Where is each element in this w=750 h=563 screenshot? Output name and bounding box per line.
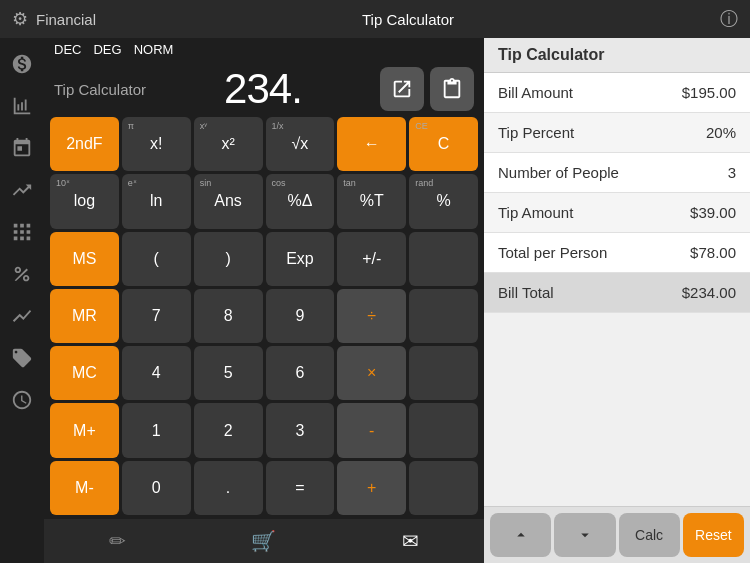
tip-row-label-1: Tip Percent [498, 124, 574, 141]
info-icon[interactable]: ⓘ [720, 7, 738, 31]
calc-action-buttons [380, 67, 474, 111]
calc-btn--[interactable]: - [337, 403, 406, 457]
tip-row-5[interactable]: Bill Total$234.00 [484, 273, 750, 313]
tip-row-4[interactable]: Total per Person$78.00 [484, 233, 750, 273]
tip-row-value-5: $234.00 [682, 284, 736, 301]
tip-buttons: Calc Reset [484, 506, 750, 563]
tip-row-label-4: Total per Person [498, 244, 607, 261]
calc-btn-5[interactable]: 5 [194, 346, 263, 400]
tip-row-2[interactable]: Number of People3 [484, 153, 750, 193]
calc-btn-C[interactable]: CEC [409, 117, 478, 171]
tip-row-3[interactable]: Tip Amount$39.00 [484, 193, 750, 233]
calc-btn-empty-41 [409, 461, 478, 515]
calc-btn-M+[interactable]: M+ [50, 403, 119, 457]
app-name: Financial [36, 11, 96, 28]
sidebar-item-dollar[interactable] [2, 44, 42, 84]
reset-button[interactable]: Reset [683, 513, 744, 557]
tip-row-label-2: Number of People [498, 164, 619, 181]
tip-row-value-1: 20% [706, 124, 736, 141]
calc-btn-2ndF[interactable]: 2ndF [50, 117, 119, 171]
tip-panel: Tip Calculator Bill Amount$195.00Tip Per… [484, 38, 750, 563]
calc-btn-.[interactable]: . [194, 461, 263, 515]
calc-btn-=[interactable]: = [266, 461, 335, 515]
calc-btn-Ans[interactable]: sinAns [194, 174, 263, 228]
export-button[interactable] [380, 67, 424, 111]
clipboard-button[interactable] [430, 67, 474, 111]
tip-row-value-4: $78.00 [690, 244, 736, 261]
calc-btn-3[interactable]: 3 [266, 403, 335, 457]
sidebar-item-sale[interactable] [2, 338, 42, 378]
tip-row-value-2: 3 [728, 164, 736, 181]
top-bar: ⚙ Financial Tip Calculator ⓘ [0, 0, 750, 38]
sidebar-item-percent[interactable] [2, 254, 42, 294]
calc-btn-2[interactable]: 2 [194, 403, 263, 457]
calc-modes: DEC DEG NORM [54, 42, 173, 57]
calc-btn-4[interactable]: 4 [122, 346, 191, 400]
tip-row-1[interactable]: Tip Percent20% [484, 113, 750, 153]
calc-button[interactable]: Calc [619, 513, 680, 557]
tip-row-label-5: Bill Total [498, 284, 554, 301]
tip-row-0[interactable]: Bill Amount$195.00 [484, 73, 750, 113]
calc-btn-8[interactable]: 8 [194, 289, 263, 343]
calc-btn-9[interactable]: 9 [266, 289, 335, 343]
calc-btn-MR[interactable]: MR [50, 289, 119, 343]
tip-row-label-0: Bill Amount [498, 84, 573, 101]
calc-btn-√x[interactable]: 1/x√x [266, 117, 335, 171]
sidebar-item-matrix[interactable] [2, 212, 42, 252]
calc-btn-log[interactable]: 10ˣlog [50, 174, 119, 228]
tip-table: Bill Amount$195.00Tip Percent20%Number o… [484, 73, 750, 506]
calc-mode-bar: DEC DEG NORM [44, 38, 484, 61]
calc-btn-%[interactable]: rand% [409, 174, 478, 228]
calc-btn-0[interactable]: 0 [122, 461, 191, 515]
calc-btn-+/-[interactable]: +/- [337, 232, 406, 286]
tip-row-label-3: Tip Amount [498, 204, 573, 221]
calc-btn-×[interactable]: × [337, 346, 406, 400]
sidebar-item-growth[interactable] [2, 296, 42, 336]
tab-bar: ✏ 🛒 ✉ [44, 519, 484, 563]
sidebar-item-chart[interactable] [2, 86, 42, 126]
calc-display-value: 234. [224, 65, 302, 113]
calc-btn-empty-29 [409, 346, 478, 400]
calc-btn-6[interactable]: 6 [266, 346, 335, 400]
calc-btn-%T[interactable]: tan%T [337, 174, 406, 228]
tip-row-value-3: $39.00 [690, 204, 736, 221]
calc-btn-)[interactable]: ) [194, 232, 263, 286]
mode-norm[interactable]: NORM [134, 42, 174, 57]
calc-btn-x²[interactable]: xʸx² [194, 117, 263, 171]
calc-btn-empty-35 [409, 403, 478, 457]
mode-deg[interactable]: DEG [93, 42, 121, 57]
calc-btn-ln[interactable]: eˣln [122, 174, 191, 228]
mode-dec[interactable]: DEC [54, 42, 81, 57]
sidebar [0, 38, 44, 563]
up-button[interactable] [490, 513, 551, 557]
calc-btn-x![interactable]: πx! [122, 117, 191, 171]
calc-btn-([interactable]: ( [122, 232, 191, 286]
calc-btn-Exp[interactable]: Exp [266, 232, 335, 286]
calc-display: Tip Calculator 234. [44, 61, 484, 113]
calc-btn-1[interactable]: 1 [122, 403, 191, 457]
sidebar-item-calendar[interactable] [2, 128, 42, 168]
gear-icon[interactable]: ⚙ [12, 8, 28, 30]
tip-header: Tip Calculator [484, 38, 750, 73]
calc-btn-MS[interactable]: MS [50, 232, 119, 286]
main-content: DEC DEG NORM Tip Calculator 234. 2ndFπx!… [0, 38, 750, 563]
calc-btn-+[interactable]: + [337, 461, 406, 515]
tab-mail[interactable]: ✉ [381, 521, 441, 561]
calc-btn-MC[interactable]: MC [50, 346, 119, 400]
calc-btn-%Δ[interactable]: cos%Δ [266, 174, 335, 228]
calculator-panel: DEC DEG NORM Tip Calculator 234. 2ndFπx!… [44, 38, 484, 563]
calc-btn-empty-23 [409, 289, 478, 343]
button-grid: 2ndFπx!xʸx²1/x√x←CEC10ˣlogeˣlnsinAnscos%… [44, 113, 484, 519]
sidebar-item-trending[interactable] [2, 170, 42, 210]
tab-cart[interactable]: 🛒 [234, 521, 294, 561]
page-title: Tip Calculator [96, 11, 720, 28]
down-button[interactable] [554, 513, 615, 557]
tip-row-value-0: $195.00 [682, 84, 736, 101]
calc-btn-÷[interactable]: ÷ [337, 289, 406, 343]
calc-btn-7[interactable]: 7 [122, 289, 191, 343]
tab-pencil[interactable]: ✏ [87, 521, 147, 561]
calc-btn-M-[interactable]: M- [50, 461, 119, 515]
calc-btn-empty-17 [409, 232, 478, 286]
sidebar-item-timer[interactable] [2, 380, 42, 420]
calc-btn-←[interactable]: ← [337, 117, 406, 171]
